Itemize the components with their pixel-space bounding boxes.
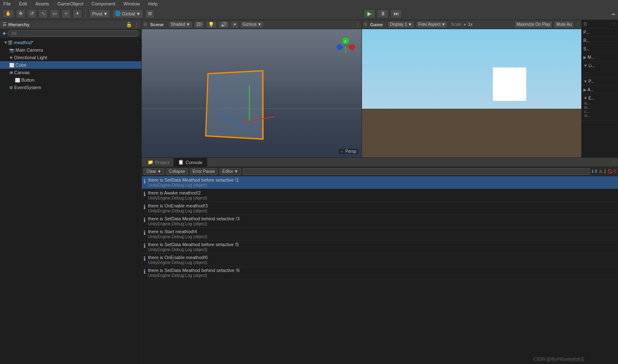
scene-view[interactable]: y ← Persp xyxy=(142,29,362,157)
watermark: CSDN @用c#写unity的杰宝 xyxy=(533,357,585,362)
global-arrow-icon: ▼ xyxy=(136,11,141,16)
shading-mode-button[interactable]: Shaded ▼ xyxy=(168,21,192,28)
inspector-section-p2-header[interactable]: ▼ P... xyxy=(583,79,616,84)
inspector-section-r-header[interactable]: R... xyxy=(583,38,616,43)
console-row-msg: there is SetData Meathod before setactiv… xyxy=(148,242,239,247)
e-si-label: Si... xyxy=(584,114,615,118)
console-row[interactable]: ℹ there is SetData Meathod behind setact… xyxy=(142,267,618,279)
global-button[interactable]: 🌐 Global ▼ xyxy=(112,9,143,18)
collapse-button[interactable]: Collapse xyxy=(166,168,188,175)
clear-button[interactable]: Clear ▼ xyxy=(143,168,164,175)
menu-window[interactable]: Window xyxy=(122,1,141,6)
console-row[interactable]: ℹ there is OnEnable meathod!3 UnityEngin… xyxy=(142,202,618,215)
console-row-text: there is SetData Meathod behind setactiv… xyxy=(148,268,240,278)
console-row-text: there is OnEnable meathod!3 UnityEngine.… xyxy=(148,203,208,213)
console-badge-error: 🚫 0 xyxy=(608,169,616,174)
scene-options-icon[interactable]: ⋮ xyxy=(136,40,140,45)
pause-button[interactable]: ⏸ xyxy=(377,9,389,18)
console-row[interactable]: ℹ there is SetData Meathod behind setact… xyxy=(142,215,618,228)
scene-audio-button[interactable]: 🔊 xyxy=(218,21,229,28)
game-more-icon[interactable]: ⋮ xyxy=(575,22,580,27)
hierarchy-search-input[interactable] xyxy=(8,30,139,37)
scene-gizmos-label: Gizmos xyxy=(243,22,257,27)
button-icon: ⬜ xyxy=(15,78,20,82)
hierarchy-item-cube[interactable]: ▶ ⬜ Cube xyxy=(0,61,141,69)
move-tool-button[interactable]: ✥ xyxy=(16,9,25,18)
editor-dropdown-button[interactable]: Editor ▼ xyxy=(219,168,241,175)
console-row-icon: ℹ xyxy=(143,242,146,249)
snap-button[interactable]: ⊞ xyxy=(145,9,155,18)
console-row-text: there is SetData Meathod behind setactiv… xyxy=(148,216,240,226)
eventsystem-icon: ⚙ xyxy=(9,85,13,90)
inspector-section-a-header[interactable]: ▶ A... xyxy=(583,87,616,92)
menu-component[interactable]: Component xyxy=(90,1,117,6)
inspector-more-icon[interactable]: ⋮ xyxy=(612,22,616,26)
display-button[interactable]: Display 1 ▼ xyxy=(387,21,415,28)
aspect-button[interactable]: Free Aspect ▼ xyxy=(416,21,448,28)
2d-mode-button[interactable]: 2D xyxy=(194,21,204,28)
scene-light-button[interactable]: 💡 xyxy=(206,21,217,28)
tab-more-icon[interactable]: ⋮ xyxy=(612,160,616,165)
game-cube xyxy=(493,67,526,101)
console-row-trace: UnityEngine.Debug:Log (object) xyxy=(148,222,240,226)
hierarchy-add-button[interactable]: + xyxy=(3,30,6,37)
scene-panel-icon: ☰ xyxy=(143,22,147,27)
inspector-section-e-header[interactable]: ▼ E... xyxy=(583,96,616,100)
e-arrow-icon: ▼ xyxy=(583,96,588,100)
rotate-tool-button[interactable]: ↺ xyxy=(27,9,37,18)
pivot-button[interactable]: Pivot ▼ xyxy=(89,9,111,18)
hierarchy-item-eventsystem[interactable]: ▶ ⚙ EventSystem xyxy=(0,84,141,91)
custom-tool-button[interactable]: ✦ xyxy=(73,9,82,18)
clear-label: Clear xyxy=(146,169,156,174)
console-row[interactable]: ℹ there is Awake meathod!2 UnityEngine.D… xyxy=(142,189,618,202)
step-button[interactable]: ⏭ xyxy=(390,9,402,18)
tab-project[interactable]: 📁 Project xyxy=(143,158,174,167)
scene-gizmos-button[interactable]: Gizmos ▼ xyxy=(240,21,264,28)
hierarchy-lock-icon[interactable]: 🔓 xyxy=(126,22,132,27)
display-arrow-icon: ▼ xyxy=(408,22,412,27)
inspector-section-li-header[interactable]: ▼ Li... xyxy=(583,63,616,68)
tab-console[interactable]: 📋 Console xyxy=(174,158,207,167)
menu-file[interactable]: File xyxy=(2,1,13,6)
menu-edit[interactable]: Edit xyxy=(18,1,29,6)
maximize-on-play-button[interactable]: Maximize On Play xyxy=(514,21,553,28)
mute-button[interactable]: Mute Au xyxy=(554,21,574,28)
console-tab-label: Console xyxy=(186,160,202,165)
project-console-panel: 📁 Project 📋 Console ⋮ Clear ▼ Collap xyxy=(142,158,618,364)
console-row[interactable]: ℹ there is Start meathod!4 UnityEngine.D… xyxy=(142,228,618,241)
inspector-section-p-header[interactable]: P... xyxy=(583,30,616,35)
console-search-input[interactable] xyxy=(243,168,590,175)
hand-tool-button[interactable]: ✋ xyxy=(3,9,14,18)
scale-value: 1x xyxy=(468,22,472,27)
hierarchy-item-button[interactable]: ▶ ⬜ Button xyxy=(0,76,141,84)
error-pause-button[interactable]: Error Pause xyxy=(190,168,218,175)
hierarchy-item-main-camera[interactable]: ▶ 📷 Main Camera xyxy=(0,46,141,54)
shading-label: Shaded xyxy=(171,22,185,27)
rect-tool-button[interactable]: ▭ xyxy=(50,9,60,18)
inspector-header: ☰ ⋮ xyxy=(582,20,618,28)
console-row-trace: UnityEngine.Debug:Log (object) xyxy=(148,260,208,265)
scale-tool-button[interactable]: ⤡ xyxy=(38,9,48,18)
scene-more-icon[interactable]: ⋮ xyxy=(356,22,360,27)
hierarchy-item-meathod[interactable]: ▼ 🎬 meathod* ⋮ xyxy=(0,39,141,46)
console-row-text: there is SetData Meathod before setactiv… xyxy=(148,177,239,187)
hierarchy-more-icon[interactable]: ⋮ xyxy=(134,22,139,27)
hierarchy-item-canvas[interactable]: ▼ ▭ Canvas xyxy=(0,69,141,76)
hierarchy-header: ☰ Hierarchy 🔓 ⋮ xyxy=(0,20,141,29)
hierarchy-content: ▼ 🎬 meathod* ⋮ ▶ 📷 Main Camera ▶ ☀ Direc… xyxy=(0,38,141,364)
inspector-section-s-header[interactable]: S... xyxy=(583,47,616,51)
console-row[interactable]: ℹ there is SetData Meathod before setact… xyxy=(142,241,618,254)
scene-vfx-button[interactable]: ✦ xyxy=(231,21,239,28)
inspector-section-m-header[interactable]: ▶ M... xyxy=(583,55,616,60)
menu-assets[interactable]: Assets xyxy=(34,1,51,6)
play-button[interactable]: ▶ xyxy=(364,9,375,18)
game-view[interactable] xyxy=(362,29,582,157)
console-row[interactable]: ℹ there is SetData Meathod before setact… xyxy=(142,176,618,189)
menu-help[interactable]: Help xyxy=(146,1,159,6)
hierarchy-item-directional-light[interactable]: ▶ ☀ Directional Light xyxy=(0,54,141,61)
menu-gameobject[interactable]: GameObject xyxy=(56,1,85,6)
transform-tool-button[interactable]: ⊹ xyxy=(61,9,71,18)
inspector-section-m: ▶ M... xyxy=(582,53,618,62)
console-row[interactable]: ℹ there is OnEnable meathod!6 UnityEngin… xyxy=(142,254,618,267)
error-badge-icon: 🚫 xyxy=(608,169,613,174)
